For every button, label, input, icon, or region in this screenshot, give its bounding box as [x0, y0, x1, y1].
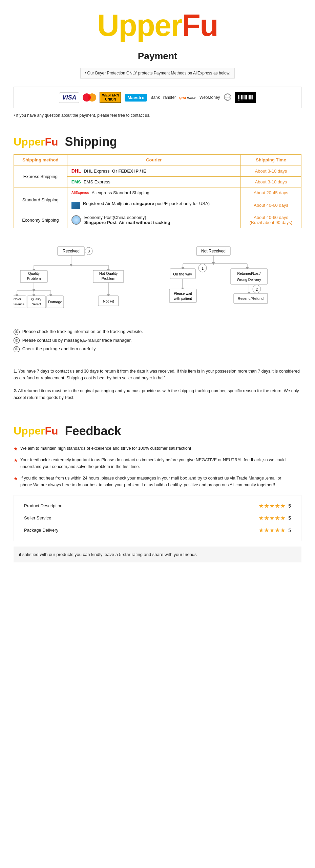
flowchart-note-3: ③ Check the package and item carefully.	[14, 346, 301, 352]
airmail-courier: Registered Air Mail(china singapore post…	[67, 198, 240, 212]
payment-section: Payment • Our Buyer Protection ONLY prot…	[0, 47, 315, 128]
policy-item-1: 1. You have 7 days to contact us and 30 …	[14, 368, 301, 381]
dhl-logo: DHL	[71, 168, 81, 174]
dhl-text: DHL Express Or FEDEX IP / IE	[84, 169, 146, 174]
rating-num-seller: 5	[288, 515, 291, 521]
economy-method: Economy Shipping	[14, 212, 67, 228]
webmoney-badge: WebMoney	[200, 95, 220, 100]
svg-text:Returned/Lost/: Returned/Lost/	[237, 271, 261, 275]
globe-icon	[224, 93, 232, 102]
rating-label-product: Product Description	[24, 503, 62, 508]
satisfaction-note: if satisfied with our products,you can k…	[14, 547, 301, 563]
payment-title: Payment	[14, 51, 301, 62]
ali-time: About 20-45 days	[240, 187, 301, 198]
svg-text:Defect: Defect	[31, 302, 41, 306]
svg-text:Not Quality: Not Quality	[99, 271, 118, 275]
table-row: Standard Shipping AliExpress Aliexpress …	[14, 187, 301, 198]
svg-text:Problem: Problem	[102, 276, 115, 281]
flowchart-notes: ① Please check the tracking information …	[14, 325, 301, 358]
rating-row-seller: Seller Service ★★★★★ 5	[24, 514, 291, 522]
feedback-logo: UpperFu	[14, 425, 58, 437]
economy-text: Economy Post(China economy)Singapore Pos…	[84, 215, 170, 225]
svg-text:Wrong Delivery: Wrong Delivery	[237, 277, 261, 282]
svg-text:Not  Received: Not Received	[201, 249, 226, 253]
svg-text:3: 3	[88, 249, 90, 253]
star-bullet-2: ★	[14, 457, 18, 464]
payment-note: • If you have any question about the pay…	[14, 113, 301, 118]
feedback-title: Feedback	[65, 424, 121, 438]
stars-seller: ★★★★★	[258, 514, 286, 522]
feedback-text-3: If you did not hear from us within 24 ho…	[20, 476, 281, 487]
logo-upper: Upper	[97, 8, 182, 42]
stars-product: ★★★★★	[258, 502, 286, 510]
feedback-point-2: ★ Your feedback is extremely important t…	[14, 457, 301, 470]
economy-time: About 40-60 days(Brazil about 90 days)	[240, 212, 301, 228]
shipping-title: Shipping	[65, 135, 117, 149]
qiwi-badge: QIWI WALLET	[179, 93, 196, 102]
visa-badge: VISA	[59, 92, 79, 103]
svg-text:Quality: Quality	[28, 271, 40, 275]
rating-num-delivery: 5	[288, 528, 291, 533]
airmail-icon	[71, 202, 80, 209]
flowchart-note-2: ② Please contact us by massage,E-mail,or…	[14, 337, 301, 344]
svg-rect-11	[245, 95, 246, 99]
logo-section: UpperFu	[0, 0, 315, 47]
airmail-time: About 40-60 days	[240, 198, 301, 212]
policy-text-1: You have 7 days to contact us and 30 day…	[14, 369, 300, 380]
svg-rect-16	[251, 95, 252, 99]
rating-row-delivery: Package Delivery ★★★★★ 5	[24, 527, 291, 534]
feedback-header: UpperFu Feedback	[14, 424, 301, 438]
express-method: Express Shipping	[14, 165, 67, 187]
svg-text:Quality: Quality	[31, 297, 41, 301]
col-header-courier: Courier	[67, 155, 240, 165]
dhl-time: About 3-10 days	[240, 165, 301, 177]
flowchart-section: Received 3 Quality Problem Not Quality P…	[0, 238, 315, 364]
svg-text:Resend/Refund: Resend/Refund	[238, 296, 264, 301]
flowchart-note-1: ① Please check the tracking information …	[14, 328, 301, 335]
policy-item-2: 2. All returned items must be in the ori…	[14, 387, 301, 401]
flowchart-diagram: Received 3 Quality Problem Not Quality P…	[14, 245, 301, 319]
svg-rect-15	[250, 95, 251, 99]
circle-num-3: ③	[14, 346, 20, 352]
svg-text:WALLET: WALLET	[187, 97, 196, 99]
svg-rect-61	[230, 269, 268, 284]
bank-transfer-badge: Bank Transfer	[150, 95, 176, 100]
mastercard-badge	[83, 93, 96, 102]
svg-text:Please wait: Please wait	[174, 291, 192, 295]
ems-time: About 3-10 days	[240, 177, 301, 187]
svg-rect-9	[242, 95, 243, 99]
feedback-points: ★ We aim to maintain high standards of e…	[14, 445, 301, 488]
policy-num-2: 2.	[14, 388, 17, 393]
svg-text:Damage: Damage	[48, 300, 62, 304]
shipping-section: UpperFu Shipping Shipping method Courier…	[0, 128, 315, 238]
policy-num-1: 1.	[14, 369, 17, 374]
svg-text:Boleto: Boleto	[238, 100, 245, 101]
col-header-method: Shipping method	[14, 155, 67, 165]
stars-delivery: ★★★★★	[258, 527, 286, 534]
boleto-badge: Boleto	[235, 92, 256, 103]
logo-fu: Fu	[182, 8, 218, 42]
svg-text:On the way: On the way	[173, 272, 192, 276]
svg-rect-13	[248, 95, 248, 99]
svg-text:Not Fit: Not Fit	[103, 299, 114, 303]
ems-logo: EMS	[71, 179, 81, 184]
feedback-point-3: ★ If you did not hear from us within 24 …	[14, 475, 301, 488]
rating-label-seller: Seller Service	[24, 515, 51, 520]
dhl-courier: DHL DHL Express Or FEDEX IP / IE	[67, 165, 240, 177]
svg-text:with patient: with patient	[173, 296, 192, 301]
western-union-badge: WESTERNUNION	[100, 92, 121, 103]
rating-label-delivery: Package Delivery	[24, 528, 58, 533]
svg-text:Received: Received	[63, 249, 80, 253]
ratings-container: Product Description ★★★★★ 5 Seller Servi…	[14, 495, 301, 541]
svg-text:difference: difference	[14, 302, 24, 306]
policy-section: 1. You have 7 days to contact us and 30 …	[0, 364, 315, 417]
svg-text:Color: Color	[14, 297, 21, 301]
ali-text: Aliexpress Standard Shipping	[91, 190, 149, 195]
airmail-text: Registered Air Mail(china singapore post…	[83, 201, 210, 206]
economy-courier: Economy Post(China economy)Singapore Pos…	[67, 212, 240, 228]
svg-rect-6	[238, 95, 239, 99]
standard-method: Standard Shipping	[14, 187, 67, 212]
star-bullet-3: ★	[14, 475, 18, 482]
svg-rect-10	[244, 95, 245, 99]
policy-text-2: All returned items must be in the origin…	[14, 388, 299, 400]
